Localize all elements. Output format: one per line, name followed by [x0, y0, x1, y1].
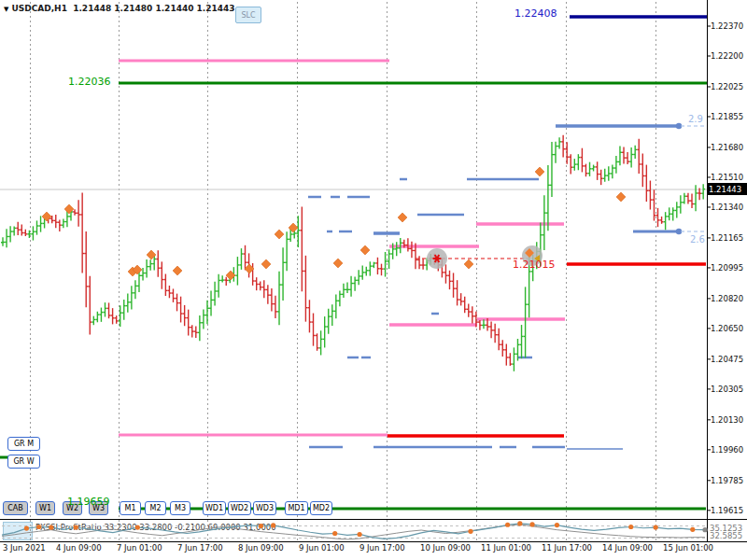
level-label-121015: 1.21015 [513, 259, 556, 271]
price-axis-label: 1.20820 [711, 294, 743, 303]
chart-title: ▼USDCAD,H1 1.21448 1.21480 1.21440 1.214… [4, 4, 235, 13]
time-axis-label: 11 Jun 17:00 [542, 543, 592, 553]
level-label-122036: 1.22036 [68, 76, 111, 88]
price-axis-label: 1.22200 [711, 51, 743, 61]
slc-button[interactable]: SLC [235, 7, 261, 23]
time-axis-label: 7 Jun 17:00 [177, 543, 223, 553]
toolbar-button-m3[interactable]: M3 [170, 501, 190, 515]
ratio-label-29: 2.9 [688, 114, 703, 124]
price-axis-label: 1.20130 [711, 415, 743, 425]
time-axis-label: 10 Jun 09:00 [420, 543, 471, 553]
profit-ratio-indicator [2, 521, 708, 539]
price-axis-label: 1.21165 [711, 233, 743, 243]
indicator-value-2: 32.5855 [710, 531, 742, 540]
price-axis-label: 1.21680 [711, 143, 743, 152]
price-axis-label: 1.19785 [711, 476, 743, 485]
price-axis-label: 1.21340 [711, 203, 743, 212]
ratio-label-26: 2.6 [690, 234, 705, 245]
toolbar-button-wd2[interactable]: WD2 [228, 501, 251, 515]
current-price-badge: 1.21443 [707, 183, 747, 195]
price-axis-label: 1.21510 [711, 173, 743, 182]
time-axis-label: 7 Jun 01:00 [117, 543, 162, 553]
level-label-122408: 1.22408 [514, 7, 557, 20]
gr-w-button[interactable]: GR W [7, 455, 40, 469]
time-axis-label: 4 Jun 09:00 [56, 543, 102, 553]
price-axis-label: 1.20475 [711, 355, 743, 364]
price-axis-label: 1.19615 [711, 506, 743, 515]
toolbar-button-w1[interactable]: W1 [35, 501, 55, 515]
level-lines [0, 17, 707, 509]
time-axis-label: 8 Jun 09:00 [238, 543, 284, 553]
price-axis-label: 1.22370 [711, 21, 743, 31]
toolbar-button-md1[interactable]: MD1 [285, 501, 308, 515]
price-axis-label: 1.21855 [711, 112, 743, 121]
toolbar-button-m1[interactable]: M1 [120, 501, 141, 515]
time-axis-label: 9 Jun 17:00 [359, 543, 405, 553]
chart-frame [0, 0, 747, 542]
price-axis-label: 1.19960 [711, 445, 743, 455]
candles [1, 135, 705, 371]
symbol-period-label: USDCAD,H1 [11, 4, 67, 13]
price-axis-label: 1.20650 [711, 324, 743, 333]
time-axis-label: 11 Jun 01:00 [481, 543, 531, 553]
chart-canvas [0, 0, 747, 560]
symbol-dropdown-icon[interactable]: ▼ [4, 6, 8, 13]
gr-m-button[interactable]: GR M [7, 437, 40, 451]
level-label-119659: 1.19659 [67, 496, 110, 508]
price-axis-label: 1.20995 [711, 263, 743, 273]
price-axis-label: 1.22025 [711, 82, 743, 91]
ohlc-quotes-label: 1.21448 1.21480 1.21440 1.21443 [73, 4, 234, 13]
toolbar-button-m2[interactable]: M2 [145, 501, 166, 515]
time-axis-label: 14 Jun 09:00 [602, 543, 653, 553]
price-axis-label: 1.20305 [711, 385, 743, 394]
toolbar-button-wd1[interactable]: WD1 [203, 501, 226, 515]
time-axis-label: 15 Jun 01:00 [663, 543, 713, 553]
toolbar-button-wd3[interactable]: WD3 [253, 501, 276, 515]
toolbar-button-cab[interactable]: CAB [3, 501, 28, 515]
trading-platform-window: ▼USDCAD,H1 1.21448 1.21480 1.21440 1.214… [0, 0, 747, 560]
time-axis-label: 3 Jun 2021 [3, 543, 46, 553]
toolbar-button-md2[interactable]: MD2 [310, 501, 332, 515]
time-axis-label: 9 Jun 01:00 [299, 543, 345, 553]
